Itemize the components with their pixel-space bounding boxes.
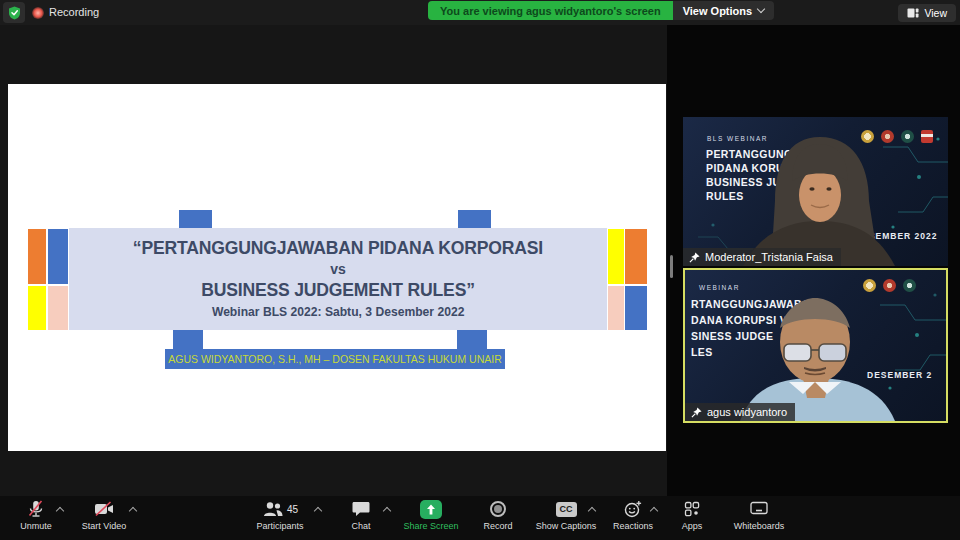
- reactions-smiley-icon: [624, 500, 642, 518]
- video-tile-agus[interactable]: WEBINAR RTANGGUNGJAWABAN DANA KORUPSI V …: [683, 268, 948, 423]
- slide-title-box: “PERTANGGUNGJAWABAN PIDANA KORPORASI vs …: [69, 228, 607, 330]
- view-button[interactable]: View: [898, 4, 956, 22]
- apps-icon: [684, 501, 700, 517]
- participant-name: Moderator_Tristania Faisa: [705, 251, 833, 263]
- participants-count: 45: [287, 504, 298, 515]
- record-button[interactable]: Record: [470, 499, 526, 537]
- slide-title-line2: BUSINESS JUDGEMENT RULES”: [201, 278, 475, 303]
- slide-decor-block: [608, 229, 624, 284]
- top-bar: Recording You are viewing agus widyantor…: [0, 0, 960, 25]
- security-shield-icon[interactable]: [3, 2, 25, 23]
- apps-label: Apps: [682, 521, 703, 531]
- slide-author-strip: AGUS WIDYANTORO, S.H., MH – DOSEN FAKULT…: [165, 349, 505, 369]
- panel-scrollbar[interactable]: [670, 255, 673, 278]
- reactions-options-caret[interactable]: [651, 506, 658, 513]
- view-options-label: View Options: [683, 5, 752, 17]
- chat-label: Chat: [351, 521, 370, 531]
- chevron-down-icon: [757, 5, 765, 13]
- slide-decor-block: [625, 229, 647, 284]
- pin-icon: [689, 252, 700, 263]
- slide-decor-block: [625, 286, 647, 330]
- slide-decor-block: [48, 286, 68, 330]
- slide-decor-tab: [179, 210, 212, 229]
- tile-nametag: Moderator_Tristania Faisa: [683, 248, 841, 266]
- shared-screen-stage: “PERTANGGUNGJAWABAN PIDANA KORPORASI vs …: [0, 25, 960, 496]
- slide-title-vs: vs: [330, 261, 346, 278]
- pin-icon: [691, 407, 702, 418]
- unmute-label: Unmute: [20, 521, 52, 531]
- mic-muted-icon: [28, 500, 44, 518]
- share-screen-button[interactable]: Share Screen: [398, 499, 464, 537]
- participants-icon: [262, 501, 284, 517]
- captions-cc-icon: CC: [556, 502, 577, 517]
- viewing-banner: You are viewing agus widyantoro's screen…: [428, 1, 774, 20]
- chat-icon: [352, 501, 370, 517]
- chat-button[interactable]: Chat: [336, 499, 386, 537]
- recording-label: Recording: [49, 6, 99, 18]
- start-video-button[interactable]: Start Video: [72, 499, 136, 537]
- video-tile-moderator[interactable]: BLS WEBINAR PERTANGGUNGJAW PIDANA KORUPS…: [683, 117, 948, 266]
- view-button-label: View: [924, 7, 947, 19]
- participants-button[interactable]: 45 Participants: [246, 499, 314, 537]
- start-video-label: Start Video: [82, 521, 126, 531]
- view-layout-icon: [907, 8, 919, 18]
- slide-decor-block: [28, 229, 46, 284]
- record-icon: [490, 501, 506, 517]
- participant-name: agus widyantoro: [707, 406, 787, 418]
- slide-subtitle: Webinar BLS 2022: Sabtu, 3 Desember 2022: [212, 303, 464, 322]
- show-captions-button[interactable]: CC Show Captions: [532, 499, 600, 537]
- zoom-meeting-window: Recording You are viewing agus widyantor…: [0, 0, 960, 540]
- moderator-avatar: [683, 117, 948, 266]
- recording-dot-icon: [32, 7, 44, 19]
- camera-off-icon: [94, 501, 114, 517]
- slide-decor-tab: [458, 210, 491, 229]
- reactions-button[interactable]: Reactions: [604, 499, 662, 537]
- bottom-toolbar: Unmute Start Video 4: [0, 496, 960, 540]
- share-screen-icon: [420, 500, 442, 519]
- unmute-options-caret[interactable]: [57, 506, 64, 513]
- participants-label: Participants: [256, 521, 303, 531]
- viewing-banner-text: You are viewing agus widyantoro's screen: [428, 1, 673, 20]
- reactions-label: Reactions: [613, 521, 653, 531]
- whiteboards-button[interactable]: Whiteboards: [726, 499, 792, 537]
- whiteboards-label: Whiteboards: [734, 521, 785, 531]
- apps-button[interactable]: Apps: [668, 499, 716, 537]
- chat-options-caret[interactable]: [384, 506, 391, 513]
- slide-decor-block: [608, 286, 624, 330]
- shared-slide: “PERTANGGUNGJAWABAN PIDANA KORPORASI vs …: [8, 84, 666, 451]
- whiteboards-icon: [750, 501, 768, 517]
- captions-options-caret[interactable]: [589, 506, 596, 513]
- tile-nametag: agus widyantoro: [685, 403, 795, 421]
- share-screen-label: Share Screen: [403, 521, 458, 531]
- view-options-button[interactable]: View Options: [673, 1, 774, 20]
- record-label: Record: [483, 521, 512, 531]
- slide-decor-block: [28, 286, 46, 330]
- video-options-caret[interactable]: [130, 506, 137, 513]
- slide-title-line1: “PERTANGGUNGJAWABAN PIDANA KORPORASI: [133, 236, 543, 261]
- agus-avatar: [685, 270, 946, 421]
- show-captions-label: Show Captions: [536, 521, 597, 531]
- slide-decor-block: [48, 229, 68, 284]
- slide-decor-tab: [457, 330, 487, 349]
- slide-decor-tab: [173, 330, 203, 349]
- unmute-button[interactable]: Unmute: [8, 499, 64, 537]
- participants-options-caret[interactable]: [315, 506, 322, 513]
